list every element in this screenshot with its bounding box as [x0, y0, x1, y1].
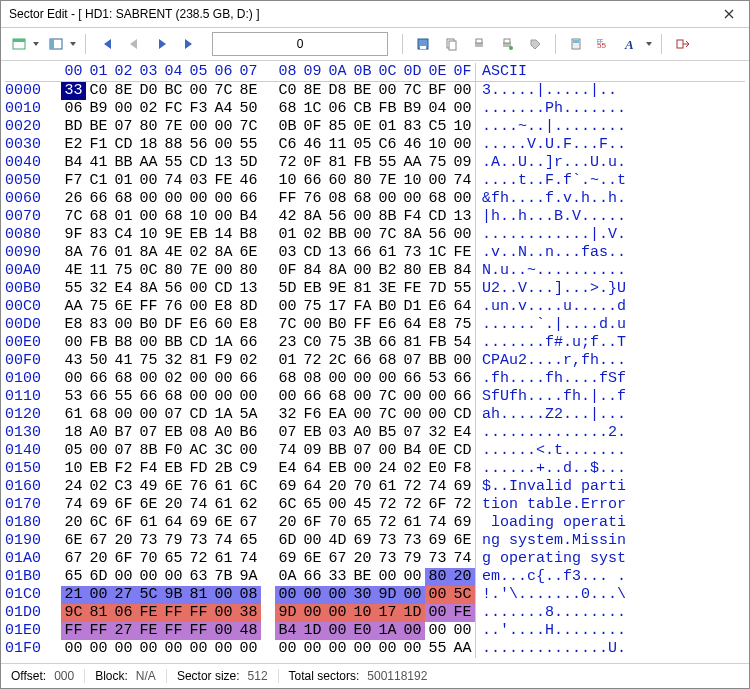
- hex-byte[interactable]: FF: [86, 622, 111, 640]
- hex-byte[interactable]: 00: [400, 622, 425, 640]
- hex-byte[interactable]: BB: [425, 352, 450, 370]
- hex-byte[interactable]: 66: [236, 370, 261, 388]
- hex-byte[interactable]: 00: [300, 532, 325, 550]
- hex-byte[interactable]: F2: [111, 460, 136, 478]
- hex-byte[interactable]: 05: [61, 442, 86, 460]
- next-icon[interactable]: [150, 32, 174, 56]
- hex-byte[interactable]: 66: [400, 370, 425, 388]
- ascii-text[interactable]: g operating syst: [482, 550, 745, 568]
- hex-byte[interactable]: 1D: [300, 622, 325, 640]
- hex-byte[interactable]: 73: [425, 550, 450, 568]
- hex-byte[interactable]: 74: [186, 496, 211, 514]
- ascii-text[interactable]: CPAu2....r,fh...: [482, 352, 745, 370]
- hex-byte[interactable]: 6F: [425, 496, 450, 514]
- hex-byte[interactable]: 7C: [236, 118, 261, 136]
- ascii-text[interactable]: |h..h...B.V.....: [482, 208, 745, 226]
- hex-byte[interactable]: 38: [236, 604, 261, 622]
- hex-byte[interactable]: 46: [300, 136, 325, 154]
- hex-byte[interactable]: 67: [325, 550, 350, 568]
- hex-byte[interactable]: 10: [400, 172, 425, 190]
- hex-byte[interactable]: 00: [161, 640, 186, 658]
- hex-byte[interactable]: C4: [111, 226, 136, 244]
- ascii-text[interactable]: .......f#.u;f..T: [482, 334, 745, 352]
- hex-byte[interactable]: B5: [375, 424, 400, 442]
- hex-byte[interactable]: 00: [211, 262, 236, 280]
- save-icon[interactable]: [411, 32, 435, 56]
- hex-byte[interactable]: 00: [350, 640, 375, 658]
- hex-byte[interactable]: 1C: [425, 244, 450, 262]
- hex-byte[interactable]: AA: [450, 640, 476, 658]
- hex-byte[interactable]: 80: [136, 118, 161, 136]
- hex-byte[interactable]: 66: [236, 190, 261, 208]
- hex-byte[interactable]: 81: [325, 154, 350, 172]
- hex-byte[interactable]: 65: [350, 514, 375, 532]
- ascii-text[interactable]: $..Invalid parti: [482, 478, 745, 496]
- hex-byte[interactable]: 5C: [136, 586, 161, 604]
- hex-byte[interactable]: 80: [425, 568, 450, 586]
- hex-byte[interactable]: 64: [400, 316, 425, 334]
- hex-byte[interactable]: BF: [425, 82, 450, 101]
- hex-byte[interactable]: B8: [111, 334, 136, 352]
- hex-byte[interactable]: 3B: [350, 334, 375, 352]
- hex-byte[interactable]: 00: [86, 442, 111, 460]
- hex-byte[interactable]: 00: [325, 622, 350, 640]
- hex-byte[interactable]: 00: [450, 136, 476, 154]
- hex-byte[interactable]: 00: [111, 568, 136, 586]
- hex-byte[interactable]: 24: [375, 460, 400, 478]
- ascii-text[interactable]: .......Ph.......: [482, 100, 745, 118]
- hex-byte[interactable]: 00: [136, 568, 161, 586]
- hex-byte[interactable]: 0C: [136, 262, 161, 280]
- hex-byte[interactable]: 33: [325, 568, 350, 586]
- hex-byte[interactable]: EB: [161, 424, 186, 442]
- hex-byte[interactable]: C5: [425, 118, 450, 136]
- hex-byte[interactable]: 55: [161, 154, 186, 172]
- hex-byte[interactable]: 8A: [325, 262, 350, 280]
- hex-byte[interactable]: 7C: [400, 82, 425, 101]
- hex-byte[interactable]: 68: [111, 190, 136, 208]
- hex-byte[interactable]: 9E: [161, 226, 186, 244]
- hex-byte[interactable]: 83: [86, 316, 111, 334]
- hex-byte[interactable]: 24: [61, 478, 86, 496]
- hex-byte[interactable]: 00: [136, 370, 161, 388]
- hex-byte[interactable]: 7E: [186, 262, 211, 280]
- hex-byte[interactable]: 00: [211, 640, 236, 658]
- hex-byte[interactable]: FB: [375, 100, 400, 118]
- hex-byte[interactable]: 02: [161, 370, 186, 388]
- hex-byte[interactable]: BE: [86, 118, 111, 136]
- hex-byte[interactable]: FF: [161, 604, 186, 622]
- hex-byte[interactable]: CB: [350, 100, 375, 118]
- ascii-text[interactable]: SfUfh....fh.|..f: [482, 388, 745, 406]
- ascii-text[interactable]: ng system.Missin: [482, 532, 745, 550]
- hex-byte[interactable]: 66: [450, 370, 476, 388]
- hex-byte[interactable]: B7: [111, 424, 136, 442]
- hex-byte[interactable]: 1C: [300, 100, 325, 118]
- hex-byte[interactable]: 80: [161, 262, 186, 280]
- hex-byte[interactable]: 73: [136, 532, 161, 550]
- hex-byte[interactable]: 68: [350, 190, 375, 208]
- ascii-text[interactable]: ....t..F.f`.~..t: [482, 172, 745, 190]
- ascii-text[interactable]: loading operati: [482, 514, 745, 532]
- hex-byte[interactable]: 0E: [425, 442, 450, 460]
- hex-byte[interactable]: 68: [325, 388, 350, 406]
- hex-byte[interactable]: 00: [186, 370, 211, 388]
- hex-byte[interactable]: 00: [186, 640, 211, 658]
- hex-byte[interactable]: 00: [350, 370, 375, 388]
- hex-byte[interactable]: 49: [136, 478, 161, 496]
- hex-byte[interactable]: 07: [136, 424, 161, 442]
- hex-byte[interactable]: 00: [400, 190, 425, 208]
- hex-byte[interactable]: 8E: [300, 82, 325, 101]
- hex-byte[interactable]: E0: [350, 622, 375, 640]
- ascii-text[interactable]: ......<.t.......: [482, 442, 745, 460]
- print2-icon[interactable]: [495, 32, 519, 56]
- hex-byte[interactable]: C3: [111, 478, 136, 496]
- hex-byte[interactable]: 17: [375, 604, 400, 622]
- hex-byte[interactable]: FF: [275, 190, 300, 208]
- hex-byte[interactable]: 64: [450, 298, 476, 316]
- hex-byte[interactable]: 74: [425, 478, 450, 496]
- hex-byte[interactable]: E4: [450, 424, 476, 442]
- hex-byte[interactable]: 55: [450, 280, 476, 298]
- hex-byte[interactable]: 32: [275, 406, 300, 424]
- hex-byte[interactable]: C6: [275, 136, 300, 154]
- hex-byte[interactable]: 00: [136, 334, 161, 352]
- hex-byte[interactable]: E6: [186, 316, 211, 334]
